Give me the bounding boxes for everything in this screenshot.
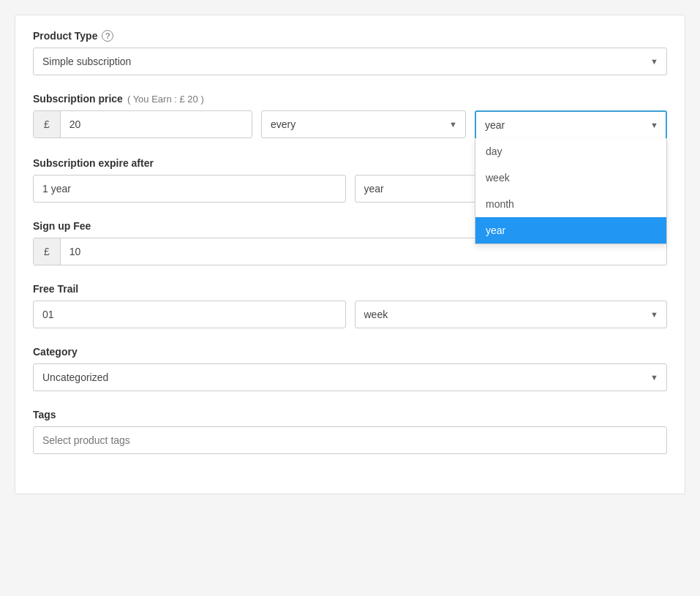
free-trail-period-select[interactable]: day week month year [355, 301, 668, 328]
expire-input-wrapper [33, 175, 346, 203]
period-option-year[interactable]: year [475, 217, 666, 244]
category-label-text: Category [33, 346, 78, 358]
price-row: £ every year [33, 110, 667, 140]
currency-prefix: £ [34, 111, 61, 137]
period-select-wrapper: year day week month year [475, 110, 667, 140]
category-label: Category [33, 346, 667, 358]
product-type-help-icon[interactable]: ? [102, 30, 113, 42]
subscription-price-label: Subscription price ( You Earn : £ 20 ) [33, 93, 667, 105]
every-select[interactable]: every [261, 110, 466, 138]
subscription-price-group: Subscription price ( You Earn : £ 20 ) £… [33, 93, 667, 140]
product-type-select-wrapper: Simple subscription Variable subscriptio… [33, 48, 667, 75]
category-group: Category Uncategorized [33, 346, 667, 391]
period-option-month[interactable]: month [475, 191, 666, 217]
price-every-wrapper: every [261, 110, 466, 138]
price-amount-input-group: £ [33, 110, 252, 138]
price-amount-wrapper: £ [33, 110, 252, 138]
free-trail-row: day week month year [33, 301, 667, 328]
free-trail-amount-wrapper [33, 301, 346, 328]
signup-fee-label-text: Sign up Fee [33, 220, 91, 232]
period-dropdown: day week month year [475, 138, 667, 244]
price-amount-input[interactable] [61, 111, 252, 137]
free-trail-amount-input[interactable] [33, 301, 346, 328]
free-trail-label: Free Trail [33, 283, 667, 295]
product-type-label: Product Type ? [33, 30, 667, 42]
period-option-day[interactable]: day [475, 138, 666, 165]
price-period-wrapper: year day week month year [475, 110, 667, 140]
product-type-select[interactable]: Simple subscription Variable subscriptio… [33, 48, 667, 75]
tags-group: Tags [33, 409, 667, 454]
earn-info: ( You Earn : £ 20 ) [127, 94, 204, 105]
free-trail-period-wrapper: day week month year [355, 301, 668, 328]
period-option-week[interactable]: week [475, 165, 666, 191]
subscription-expire-label-text: Subscription expire after [33, 157, 154, 169]
expire-input[interactable] [33, 175, 346, 203]
form-container: Product Type ? Simple subscription Varia… [15, 15, 685, 494]
signup-currency-prefix: £ [34, 238, 61, 265]
every-select-wrapper: every [261, 110, 466, 138]
free-trail-label-text: Free Trail [33, 283, 78, 295]
product-type-group: Product Type ? Simple subscription Varia… [33, 30, 667, 75]
subscription-price-label-text: Subscription price [33, 93, 123, 105]
tags-label-text: Tags [33, 409, 56, 420]
tags-label: Tags [33, 409, 667, 420]
free-trail-select-wrapper: day week month year [355, 301, 668, 328]
tags-input[interactable] [33, 426, 667, 454]
period-select[interactable]: year [475, 110, 667, 140]
category-select-wrapper: Uncategorized [33, 363, 667, 391]
category-select[interactable]: Uncategorized [33, 363, 667, 391]
product-type-label-text: Product Type [33, 30, 97, 42]
free-trail-group: Free Trail day week month year [33, 283, 667, 328]
